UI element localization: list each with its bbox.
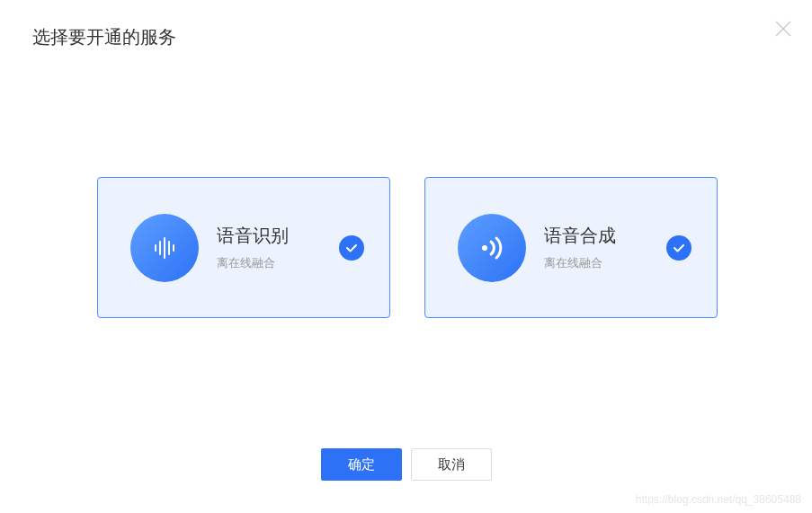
service-subtitle: 离在线融合 — [544, 255, 666, 271]
service-card-asr[interactable]: 语音识别 离在线融合 — [97, 177, 390, 318]
watermark-text: https://blog.csdn.net/qq_38605488 — [636, 493, 801, 506]
svg-point-5 — [482, 245, 487, 251]
asr-icon — [130, 214, 199, 282]
svg-rect-1 — [159, 241, 161, 255]
service-card-tts[interactable]: 语音合成 离在线融合 — [424, 177, 718, 318]
selected-check-icon — [339, 235, 364, 261]
service-title: 语音合成 — [544, 224, 666, 248]
card-text: 语音识别 离在线融合 — [217, 224, 339, 271]
tts-icon — [458, 214, 526, 282]
svg-rect-4 — [173, 244, 174, 252]
service-title: 语音识别 — [217, 224, 339, 248]
svg-rect-3 — [155, 244, 156, 252]
close-icon — [772, 18, 794, 40]
dialog-title: 选择要开通的服务 — [32, 25, 176, 49]
close-button[interactable] — [772, 18, 794, 40]
services-container: 语音识别 离在线融合 语音合成 离在线融合 — [97, 177, 718, 318]
svg-rect-2 — [168, 241, 170, 255]
dialog-buttons: 确定 取消 — [321, 448, 492, 481]
card-text: 语音合成 离在线融合 — [544, 224, 666, 271]
selected-check-icon — [666, 235, 692, 261]
svg-rect-0 — [164, 237, 165, 259]
cancel-button[interactable]: 取消 — [411, 448, 492, 481]
service-subtitle: 离在线融合 — [217, 255, 339, 271]
confirm-button[interactable]: 确定 — [321, 448, 402, 481]
